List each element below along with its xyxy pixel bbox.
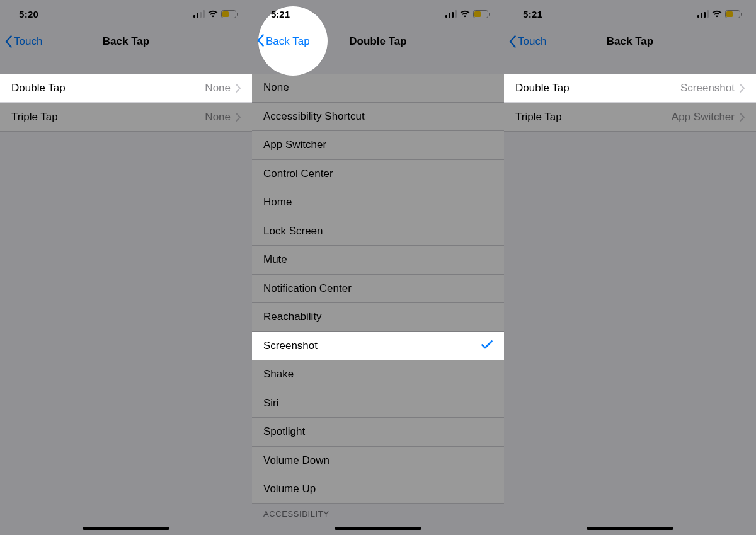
- status-bar: 5:20: [0, 0, 252, 28]
- option-app-switcher[interactable]: App Switcher: [252, 131, 504, 160]
- status-time: 5:21: [523, 9, 542, 20]
- option-none[interactable]: None: [252, 74, 504, 103]
- settings-list: Double Tap Screenshot Triple Tap App Swi…: [504, 55, 756, 132]
- option-label: App Switcher: [263, 139, 326, 151]
- chevron-right-icon: [740, 113, 745, 122]
- svg-rect-5: [222, 11, 229, 17]
- panel-back-tap-before: 5:20 Touch Back Tap: [0, 0, 252, 535]
- svg-rect-20: [741, 13, 742, 16]
- page-title: Back Tap: [103, 35, 149, 48]
- status-bar: 5:21: [504, 0, 756, 28]
- svg-rect-16: [704, 12, 706, 18]
- row-value: Screenshot: [680, 82, 745, 95]
- option-label: Siri: [263, 397, 279, 410]
- page-title: Double Tap: [349, 35, 406, 48]
- row-value: None: [205, 82, 241, 95]
- panel-back-tap-after: 5:21 Touch Back Tap: [504, 0, 756, 535]
- option-label: Volume Up: [263, 483, 316, 495]
- row-triple-tap[interactable]: Triple Tap None: [0, 103, 252, 132]
- option-label: Notification Center: [263, 282, 352, 295]
- back-button[interactable]: Back Tap: [257, 35, 310, 48]
- panel-double-tap-options: 5:21 Back Tap Double Tap: [252, 0, 504, 535]
- back-label: Touch: [14, 35, 42, 48]
- option-lock-screen[interactable]: Lock Screen: [252, 217, 504, 246]
- chevron-left-icon: [5, 35, 13, 48]
- option-reachability[interactable]: Reachability: [252, 303, 504, 332]
- status-time: 5:21: [271, 9, 290, 20]
- chevron-left-icon: [509, 35, 517, 48]
- svg-rect-12: [474, 11, 481, 17]
- status-icons: [193, 10, 238, 18]
- chevron-right-icon: [236, 113, 241, 122]
- battery-icon: [221, 10, 238, 18]
- option-volume-down[interactable]: Volume Down: [252, 447, 504, 476]
- option-notification-center[interactable]: Notification Center: [252, 275, 504, 304]
- option-home[interactable]: Home: [252, 188, 504, 217]
- battery-icon: [473, 10, 490, 18]
- option-label: Home: [263, 196, 292, 209]
- option-spotlight[interactable]: Spotlight: [252, 418, 504, 447]
- svg-rect-2: [200, 12, 202, 18]
- section-header-accessibility: ACCESSIBILITY: [252, 504, 504, 522]
- nav-bar: Touch Back Tap: [0, 28, 252, 55]
- status-bar: 5:21: [252, 0, 504, 28]
- wifi-icon: [712, 10, 722, 18]
- chevron-right-icon: [236, 84, 241, 93]
- wifi-icon: [460, 10, 470, 18]
- back-label: Back Tap: [266, 35, 310, 48]
- row-double-tap[interactable]: Double Tap None: [0, 74, 252, 103]
- svg-rect-7: [445, 15, 447, 18]
- option-screenshot[interactable]: Screenshot: [252, 332, 504, 361]
- svg-rect-13: [489, 13, 490, 16]
- cellular-signal-icon: [697, 10, 709, 18]
- option-label: Spotlight: [263, 425, 305, 438]
- home-indicator: [587, 527, 673, 530]
- option-volume-up[interactable]: Volume Up: [252, 475, 504, 504]
- row-label: Double Tap: [515, 82, 570, 95]
- svg-rect-6: [237, 13, 238, 16]
- option-label: None: [263, 81, 289, 94]
- wifi-icon: [208, 10, 218, 18]
- cellular-signal-icon: [445, 10, 457, 18]
- option-label: Accessibility Shortcut: [263, 110, 365, 123]
- option-label: Lock Screen: [263, 225, 323, 238]
- option-accessibility-shortcut[interactable]: Accessibility Shortcut: [252, 103, 504, 132]
- status-icons: [445, 10, 490, 18]
- chevron-left-icon: [257, 35, 265, 48]
- row-label: Triple Tap: [515, 111, 562, 124]
- page-title: Back Tap: [607, 35, 653, 48]
- status-time: 5:20: [19, 9, 38, 20]
- option-label: Mute: [263, 253, 287, 266]
- option-label: Screenshot: [263, 340, 318, 352]
- option-shake[interactable]: Shake: [252, 360, 504, 389]
- row-label: Double Tap: [11, 82, 66, 95]
- option-label: Shake: [263, 368, 294, 381]
- svg-rect-0: [193, 15, 195, 18]
- home-indicator: [335, 527, 421, 530]
- settings-list: Double Tap None Triple Tap None: [0, 55, 252, 132]
- svg-rect-19: [726, 11, 733, 17]
- home-indicator: [83, 527, 169, 530]
- svg-rect-3: [203, 10, 205, 18]
- row-value: None: [205, 111, 241, 124]
- row-double-tap[interactable]: Double Tap Screenshot: [504, 74, 756, 103]
- options-list: None Accessibility Shortcut App Switcher…: [252, 55, 504, 522]
- back-label: Touch: [518, 35, 546, 48]
- option-label: Volume Down: [263, 454, 329, 467]
- status-icons: [697, 10, 742, 18]
- option-siri[interactable]: Siri: [252, 389, 504, 418]
- svg-rect-9: [452, 12, 454, 18]
- battery-icon: [725, 10, 742, 18]
- back-button[interactable]: Touch: [5, 35, 42, 48]
- svg-rect-8: [449, 13, 450, 18]
- svg-rect-1: [197, 13, 198, 18]
- checkmark-icon: [481, 339, 493, 352]
- svg-rect-17: [707, 10, 709, 18]
- option-control-center[interactable]: Control Center: [252, 160, 504, 189]
- back-button[interactable]: Touch: [509, 35, 546, 48]
- row-value: App Switcher: [672, 111, 745, 124]
- option-mute[interactable]: Mute: [252, 246, 504, 275]
- row-label: Triple Tap: [11, 111, 58, 124]
- nav-bar: Touch Back Tap: [504, 28, 756, 55]
- row-triple-tap[interactable]: Triple Tap App Switcher: [504, 103, 756, 132]
